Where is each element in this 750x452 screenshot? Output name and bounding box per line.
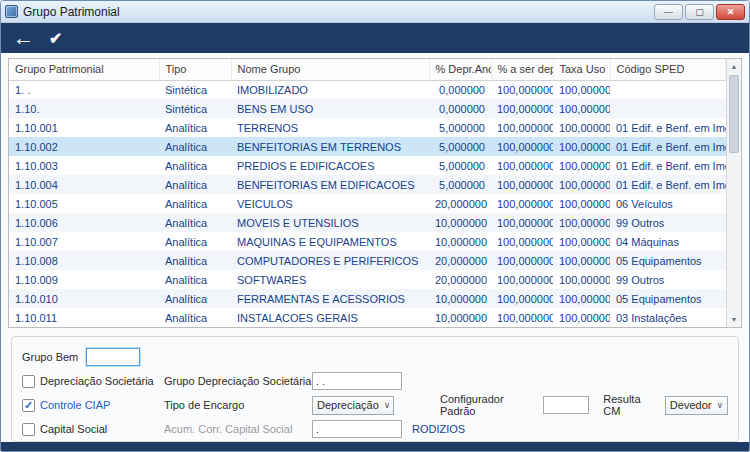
cell-nome-grupo: INSTALACOES GERAIS xyxy=(231,308,429,327)
rodizios-link[interactable]: RODIZIOS xyxy=(412,423,465,435)
column-header-taxa-uso[interactable]: Taxa Uso xyxy=(553,59,610,80)
capital-social-label: Capital Social xyxy=(40,423,107,435)
cell-taxa-uso: 100,000000 xyxy=(553,270,610,289)
form-row-depreciacao: Depreciação Societária Grupo Depreciação… xyxy=(22,370,728,392)
grupo-depreciacao-societaria-label: Grupo Depreciação Societária xyxy=(164,375,312,387)
form-row-capital-social: Capital Social Acum. Corr. Capital Socia… xyxy=(22,418,728,440)
column-header-grupo-patrimonial[interactable]: Grupo Patrimonial xyxy=(9,59,159,80)
table-row[interactable]: 1.10.004 Analítica BENFEITORIAS EM EDIFI… xyxy=(9,175,726,194)
cell-grupo-patrimonial: 1.10.008 xyxy=(9,251,159,270)
cell-depr-ano: 10,000000 xyxy=(429,213,491,232)
confirm-button[interactable]: ✔ xyxy=(49,29,62,48)
cell-nome-grupo: COMPUTADORES E PERIFERICOS xyxy=(231,251,429,270)
cell-tipo: Sintética xyxy=(159,80,231,99)
cell-depr-ano: 5,000000 xyxy=(429,156,491,175)
configurador-padrao-input[interactable] xyxy=(543,396,589,414)
table-row[interactable]: 1.10.011 Analítica INSTALACOES GERAIS 10… xyxy=(9,308,726,327)
cell-depr-ano: 10,000000 xyxy=(429,289,491,308)
cell-tipo: Analítica xyxy=(159,156,231,175)
table-row[interactable]: 1.10.005 Analítica VEICULOS 20,000000 10… xyxy=(9,194,726,213)
controle-ciap-checkbox[interactable] xyxy=(22,399,35,412)
cell-depr-ano: 5,000000 xyxy=(429,137,491,156)
column-header-a-ser-depr[interactable]: % a ser depr. xyxy=(491,59,553,80)
close-button[interactable]: ✕ xyxy=(716,4,745,20)
depreciacao-societaria-checkbox[interactable] xyxy=(22,375,35,388)
cell-codigo-sped: 05 Equipamentos xyxy=(610,251,726,270)
grupo-depreciacao-societaria-input[interactable] xyxy=(312,372,402,390)
column-header-tipo[interactable]: Tipo xyxy=(159,59,231,80)
cell-codigo-sped: 04 Máquinas xyxy=(610,232,726,251)
table-row[interactable]: 1.10.007 Analítica MAQUINAS E EQUIPAMENT… xyxy=(9,232,726,251)
cell-grupo-patrimonial: 1.10.002 xyxy=(9,137,159,156)
table-row[interactable]: 1.10.008 Analítica COMPUTADORES E PERIFE… xyxy=(9,251,726,270)
table-row[interactable]: 1.10.002 Analítica BENFEITORIAS EM TERRE… xyxy=(9,137,726,156)
cell-grupo-patrimonial: 1.10.011 xyxy=(9,308,159,327)
cell-taxa-uso: 100,000000 xyxy=(553,137,610,156)
column-header-depr-ano[interactable]: % Depr.Ano xyxy=(429,59,491,80)
cell-depr-ano: 0,000000 xyxy=(429,99,491,118)
acum-corr-capital-social-input[interactable] xyxy=(312,420,402,438)
cell-tipo: Analítica xyxy=(159,308,231,327)
cell-taxa-uso: 100,000000 xyxy=(553,80,610,99)
capital-social-checkbox[interactable] xyxy=(22,423,35,436)
scroll-thumb[interactable] xyxy=(729,75,739,153)
resulta-cm-value: Devedor xyxy=(670,399,712,411)
cell-a-ser-depr: 100,000000 xyxy=(491,118,553,137)
cell-grupo-patrimonial: 1.10.006 xyxy=(9,213,159,232)
cell-taxa-uso: 100,000000 xyxy=(553,251,610,270)
app-window: Grupo Patrimonial — ▢ ✕ ← ✔ Grupo Patrim… xyxy=(0,0,750,452)
cell-depr-ano: 5,000000 xyxy=(429,175,491,194)
cell-grupo-patrimonial: 1.10.001 xyxy=(9,118,159,137)
cell-codigo-sped xyxy=(610,99,726,118)
table-row[interactable]: 1.10.010 Analítica FERRAMENTAS E ACESSOR… xyxy=(9,289,726,308)
cell-tipo: Analítica xyxy=(159,213,231,232)
cell-grupo-patrimonial: 1.10.005 xyxy=(9,194,159,213)
table-row[interactable]: 1. . Sintética IMOBILIZADO 0,000000 100,… xyxy=(9,80,726,99)
cell-tipo: Analítica xyxy=(159,194,231,213)
column-header-nome-grupo[interactable]: Nome Grupo xyxy=(231,59,429,80)
cell-codigo-sped: 01 Edif. e Benf. em Imóveis Próprios xyxy=(610,175,726,194)
cell-taxa-uso: 100,000000 xyxy=(553,175,610,194)
table-row[interactable]: 1.10.009 Analítica SOFTWARES 20,000000 1… xyxy=(9,270,726,289)
cell-a-ser-depr: 100,000000 xyxy=(491,308,553,327)
scroll-down-button[interactable]: ▼ xyxy=(727,312,741,327)
table-row[interactable]: 1.10.006 Analítica MOVEIS E UTENSILIOS 1… xyxy=(9,213,726,232)
cell-codigo-sped: 06 Veículos xyxy=(610,194,726,213)
grid: Grupo Patrimonial Tipo Nome Grupo % Depr… xyxy=(8,58,742,328)
window-title: Grupo Patrimonial xyxy=(23,5,120,19)
cell-codigo-sped: 03 Instalações xyxy=(610,308,726,327)
cell-nome-grupo: BENFEITORIAS EM TERRENOS xyxy=(231,137,429,156)
tipo-de-encargo-select[interactable]: Depreciação ∨ xyxy=(312,396,394,415)
cell-taxa-uso: 100,000000 xyxy=(553,156,610,175)
table-row[interactable]: 1.10.001 Analítica TERRENOS 5,000000 100… xyxy=(9,118,726,137)
vertical-scrollbar[interactable]: ▲ ▼ xyxy=(726,59,741,327)
table-row[interactable]: 1.10. Sintética BENS EM USO 0,000000 100… xyxy=(9,99,726,118)
resulta-cm-label: Resulta CM xyxy=(603,393,657,417)
cell-depr-ano: 10,000000 xyxy=(429,232,491,251)
grupo-bem-input[interactable] xyxy=(86,348,140,366)
cell-a-ser-depr: 100,000000 xyxy=(491,270,553,289)
tipo-de-encargo-value: Depreciação xyxy=(317,399,379,411)
cell-a-ser-depr: 100,000000 xyxy=(491,194,553,213)
scroll-up-button[interactable]: ▲ xyxy=(727,59,741,74)
cell-grupo-patrimonial: 1.10.004 xyxy=(9,175,159,194)
cell-a-ser-depr: 100,000000 xyxy=(491,175,553,194)
cell-taxa-uso: 100,000000 xyxy=(553,194,610,213)
cell-tipo: Analítica xyxy=(159,232,231,251)
cell-nome-grupo: MAQUINAS E EQUIPAMENTOS xyxy=(231,232,429,251)
form-row-ciap: Controle CIAP Tipo de Encargo Depreciaçã… xyxy=(22,394,728,416)
resulta-cm-select[interactable]: Devedor ∨ xyxy=(665,396,728,415)
minimize-button[interactable]: — xyxy=(654,4,683,20)
cell-taxa-uso: 100,000000 xyxy=(553,118,610,137)
cell-nome-grupo: FERRAMENTAS E ACESSORIOS xyxy=(231,289,429,308)
check-icon: ✔ xyxy=(49,29,62,48)
cell-tipo: Analítica xyxy=(159,118,231,137)
cell-nome-grupo: SOFTWARES xyxy=(231,270,429,289)
column-header-codigo-sped[interactable]: Código SPED xyxy=(610,59,726,80)
table-row[interactable]: 1.10.003 Analítica PREDIOS E EDIFICACOES… xyxy=(9,156,726,175)
cell-tipo: Analítica xyxy=(159,251,231,270)
controle-ciap-label: Controle CIAP xyxy=(40,399,110,411)
back-button[interactable]: ← xyxy=(13,26,33,50)
cell-a-ser-depr: 100,000000 xyxy=(491,232,553,251)
maximize-button[interactable]: ▢ xyxy=(685,4,714,20)
